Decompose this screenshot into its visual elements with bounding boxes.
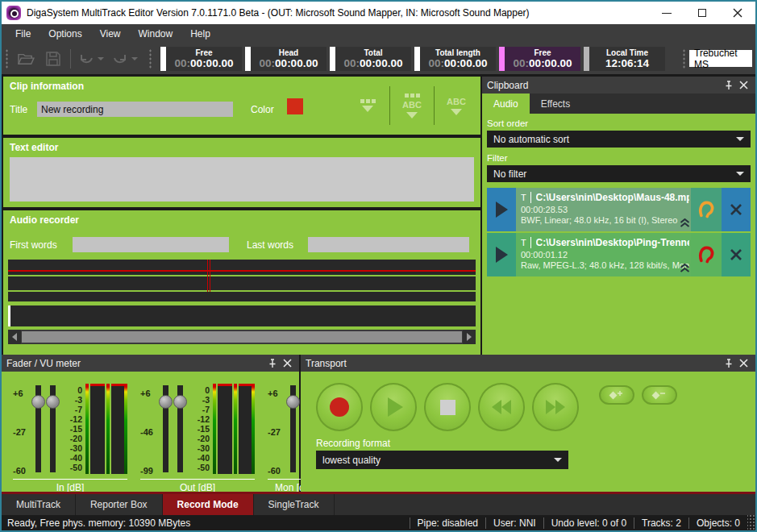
open-folder-icon bbox=[17, 52, 35, 66]
undo-dropdown-caret bbox=[98, 57, 104, 60]
expand-chevron-button[interactable] bbox=[680, 261, 690, 276]
tab-record-mode[interactable]: Record Mode bbox=[163, 494, 254, 515]
resize-grip[interactable] bbox=[747, 515, 755, 530]
toolbar-separator bbox=[70, 49, 71, 69]
scrollbar-thumb[interactable] bbox=[22, 331, 462, 343]
close-icon bbox=[739, 359, 748, 368]
item-info[interactable]: T C:\Users\nin\Desktop\Maus-48.mp3.wav 0… bbox=[516, 188, 691, 231]
record-button[interactable] bbox=[316, 383, 363, 431]
clipboard-item[interactable]: T C:\Users\nin\Desktop\Maus-48.mp3.wav 0… bbox=[487, 188, 751, 231]
pin-icon bbox=[268, 359, 277, 368]
close-panel-button[interactable] bbox=[736, 357, 751, 370]
scroll-left-button[interactable] bbox=[8, 330, 21, 344]
vu-meter-scale-strip bbox=[252, 384, 255, 474]
text-editor-area[interactable] bbox=[10, 157, 474, 202]
tab-audio[interactable]: Audio bbox=[482, 94, 530, 114]
rewind-button[interactable] bbox=[478, 383, 525, 431]
marker-plus-icon bbox=[607, 389, 626, 401]
item-play-button[interactable] bbox=[487, 233, 516, 276]
title-input[interactable] bbox=[37, 102, 233, 117]
toolbar: Free 00:00:00.00 Head 00:00:00.00 Total … bbox=[2, 43, 755, 74]
vu-scale-tick: -20 bbox=[61, 434, 82, 443]
play-button[interactable] bbox=[370, 383, 417, 431]
item-info[interactable]: T C:\Users\nin\Desktop\Ping-Trenner.MP3 … bbox=[516, 233, 691, 276]
waveform-track-2[interactable] bbox=[8, 276, 476, 290]
open-button[interactable] bbox=[12, 48, 40, 70]
display-free-record-label: Free bbox=[534, 48, 551, 57]
maximize-button[interactable] bbox=[684, 2, 720, 24]
fader-mark: -27 bbox=[13, 427, 34, 437]
vu-meter-scale-strip bbox=[124, 384, 127, 474]
sort-order-value: No automatic sort bbox=[493, 134, 569, 145]
menu-window[interactable]: Window bbox=[130, 26, 182, 42]
pin-icon bbox=[724, 359, 734, 368]
vu-scale-tick: 0 bbox=[189, 385, 210, 395]
item-duration: 00:00:28.53 bbox=[521, 205, 689, 215]
last-words-input[interactable] bbox=[308, 237, 469, 252]
close-panel-button[interactable] bbox=[280, 357, 294, 370]
minimize-button[interactable] bbox=[649, 2, 684, 24]
forward-button[interactable] bbox=[532, 383, 579, 431]
remove-marker-button[interactable] bbox=[642, 385, 677, 405]
item-prelisten-button[interactable] bbox=[691, 188, 722, 231]
pin-button[interactable] bbox=[265, 357, 280, 370]
scroll-right-button[interactable] bbox=[463, 330, 476, 344]
fader-mark: +6 bbox=[13, 389, 34, 398]
first-words-input[interactable] bbox=[73, 237, 229, 252]
vu-scale-tick: -12 bbox=[189, 414, 210, 424]
marker-abc-dropdown-button[interactable]: ABC bbox=[394, 94, 430, 118]
stop-button[interactable] bbox=[424, 383, 471, 431]
filter-dropdown[interactable]: No filter bbox=[487, 165, 751, 182]
menu-help[interactable]: Help bbox=[181, 26, 219, 42]
overview-strip[interactable] bbox=[8, 305, 476, 326]
toolbar-grip-3[interactable] bbox=[682, 48, 686, 69]
item-play-button[interactable] bbox=[487, 188, 516, 231]
fader-knob[interactable] bbox=[173, 395, 187, 409]
display-free-record-prefix: 00: bbox=[514, 57, 530, 69]
menu-options[interactable]: Options bbox=[40, 26, 90, 42]
item-type-badge: T bbox=[521, 238, 526, 247]
undo-button[interactable] bbox=[74, 48, 108, 70]
toolbar-grip-2[interactable] bbox=[148, 48, 152, 69]
item-prelisten-button[interactable] bbox=[691, 233, 722, 276]
font-selector[interactable]: Trebuchet MS bbox=[689, 50, 752, 67]
playhead-cursor[interactable] bbox=[210, 260, 210, 292]
playhead-cursor[interactable] bbox=[207, 260, 208, 292]
item-remove-button[interactable] bbox=[722, 233, 751, 276]
item-path: C:\Users\nin\Desktop\Ping-Trenner.MP3 bbox=[536, 237, 689, 248]
waveform-display[interactable] bbox=[8, 260, 476, 329]
toolbar-grip[interactable] bbox=[5, 48, 9, 69]
waveform-track-1[interactable] bbox=[8, 260, 476, 275]
waveform-track-3[interactable] bbox=[8, 292, 476, 301]
tab-singletrack[interactable]: SingleTrack bbox=[254, 494, 335, 515]
add-marker-button[interactable] bbox=[599, 385, 634, 405]
display-total-length-prefix: 00: bbox=[429, 57, 445, 69]
redo-button[interactable] bbox=[108, 48, 142, 70]
abc-dropdown-button[interactable]: ABC bbox=[439, 97, 474, 115]
save-button[interactable] bbox=[40, 48, 67, 70]
item-remove-button[interactable] bbox=[722, 188, 751, 231]
fader-knob[interactable] bbox=[46, 395, 60, 409]
expand-chevron-button[interactable] bbox=[680, 216, 690, 231]
pin-button[interactable] bbox=[722, 79, 736, 92]
sort-order-dropdown[interactable]: No automatic sort bbox=[487, 131, 751, 148]
clipboard-item[interactable]: T C:\Users\nin\Desktop\Ping-Trenner.MP3 … bbox=[487, 233, 751, 276]
recording-format-dropdown[interactable]: lowest quality bbox=[316, 451, 568, 469]
fader-knob[interactable] bbox=[286, 395, 300, 409]
display-local-time-value: 12:06:14 bbox=[605, 57, 649, 69]
tab-reporter-box[interactable]: Reporter Box bbox=[76, 494, 163, 515]
fader-knob[interactable] bbox=[159, 395, 173, 409]
close-button[interactable] bbox=[720, 2, 755, 24]
waveform-scrollbar[interactable] bbox=[8, 330, 476, 344]
marker-dropdown-button[interactable] bbox=[350, 99, 385, 112]
transport-header: Transport bbox=[301, 355, 755, 372]
tab-multitrack[interactable]: MultiTrack bbox=[2, 494, 76, 515]
color-swatch[interactable] bbox=[287, 98, 303, 114]
display-free: Free 00:00:00.00 bbox=[160, 47, 242, 71]
menu-view[interactable]: View bbox=[91, 26, 130, 42]
fader-knob[interactable] bbox=[31, 395, 45, 409]
menu-file[interactable]: File bbox=[6, 26, 40, 42]
close-panel-button[interactable] bbox=[736, 79, 751, 92]
tab-effects[interactable]: Effects bbox=[530, 94, 581, 114]
pin-button[interactable] bbox=[722, 357, 736, 370]
